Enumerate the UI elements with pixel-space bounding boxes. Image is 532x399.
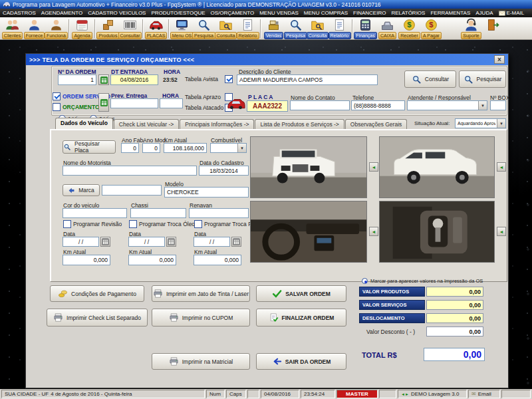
toolbar-receber[interactable]: $ Receber bbox=[398, 18, 420, 39]
order-number-lookup-button[interactable] bbox=[98, 74, 109, 85]
tab-check-list[interactable]: Check List Veicular -> bbox=[114, 119, 179, 130]
photo1-prev-button[interactable]: ◄ bbox=[369, 162, 378, 172]
data-revisao-field[interactable]: / / bbox=[63, 237, 99, 247]
photo3-prev-button[interactable]: ◄ bbox=[369, 227, 378, 236]
condicoes-pagamento-button[interactable]: Condições de Pagamento bbox=[50, 285, 144, 302]
km-atual-field[interactable]: 108.168,000 bbox=[164, 143, 207, 153]
chassi-field[interactable] bbox=[130, 208, 186, 218]
toolbar-menu-os[interactable]: Menu OS bbox=[171, 18, 193, 39]
tab-dados-veiculo[interactable]: Dados do Veículo bbox=[55, 118, 113, 130]
toolbar-placas[interactable]: PLACAS bbox=[145, 18, 167, 39]
menu-vendas[interactable]: MENU VENDAS bbox=[257, 10, 301, 16]
ano-mod-field[interactable]: 0 bbox=[142, 143, 160, 153]
prev-hora-field[interactable] bbox=[160, 98, 183, 108]
marcar-valores-radio[interactable] bbox=[362, 278, 368, 284]
tab-lista-produtos-servicos[interactable]: Lista de Produtos e Serviços -> bbox=[255, 119, 344, 130]
statusbar-email-panel[interactable]: ✉ Email bbox=[468, 390, 500, 398]
toolbar-agenda[interactable]: Agenda bbox=[71, 18, 93, 39]
toolbar-relatorio-venda[interactable]: Relatório bbox=[329, 18, 350, 39]
consultar-button[interactable]: Consultar bbox=[404, 70, 456, 88]
km-filtro-field[interactable]: 0,000 bbox=[194, 255, 241, 265]
sair-ordem-button[interactable]: SAIR DA ORDEM bbox=[256, 353, 346, 370]
toolbar-funcionarios[interactable]: Funcioná bbox=[45, 18, 67, 39]
data-oleo-calendar-button[interactable] bbox=[166, 237, 176, 247]
modelo-field[interactable]: CHEROKEE bbox=[164, 187, 249, 198]
toolbar-pesquisa-venda[interactable]: Pesquisa bbox=[285, 18, 307, 39]
toolbar-pesquisa-os[interactable]: Pesquisa bbox=[193, 18, 215, 39]
data-revisao-calendar-button[interactable] bbox=[100, 237, 110, 247]
km-oleo-field[interactable]: 0,000 bbox=[128, 255, 176, 265]
phone-field[interactable]: (88)8888-8888 bbox=[351, 100, 405, 110]
contact-name-field[interactable] bbox=[290, 100, 350, 110]
menu-os-orcamento[interactable]: OS/ORÇAMENTO bbox=[208, 10, 257, 16]
toolbar-produtos[interactable]: Produtos bbox=[97, 18, 119, 39]
finalizar-ordem-button[interactable]: FINALIZAR ORDEM bbox=[256, 309, 346, 327]
tabela-avista-checkbox[interactable] bbox=[225, 75, 233, 83]
data-filtro-calendar-button[interactable] bbox=[231, 237, 241, 247]
tab-principais-informacoes[interactable]: Principais Informações -> bbox=[180, 119, 254, 130]
toolbar-consultar-produto[interactable]: Consultar bbox=[119, 18, 141, 39]
menu-email[interactable]: E-MAIL bbox=[496, 10, 527, 16]
imprimir-matricial-button[interactable]: Imprimir na Matricial bbox=[152, 353, 250, 370]
photo2-prev-button[interactable]: ◄ bbox=[497, 162, 506, 172]
prog-revisao-checkbox[interactable] bbox=[63, 220, 71, 228]
motorista-field[interactable] bbox=[63, 166, 197, 176]
prog-oleo-checkbox[interactable] bbox=[129, 220, 137, 228]
desconto-field[interactable]: 0,00 bbox=[426, 327, 483, 336]
imprimir-cupom-button[interactable]: Imprimir no CUPOM bbox=[152, 309, 250, 327]
marca-button[interactable]: Marca bbox=[63, 184, 100, 196]
toolbar-suporte[interactable]: Suporte bbox=[460, 18, 482, 39]
menu-ajuda[interactable]: AJUDA bbox=[473, 10, 495, 16]
orcamento-checkbox[interactable] bbox=[53, 103, 61, 111]
menu-compras[interactable]: MENU COMPRAS bbox=[301, 10, 350, 16]
cor-field[interactable] bbox=[63, 208, 127, 218]
imprimir-checklist-button[interactable]: Imprimir Check List Separado bbox=[47, 309, 148, 327]
imprimir-jato-button[interactable]: Imprimir em Jato de Tinta / Laser bbox=[152, 285, 250, 302]
prog-filtro-checkbox[interactable] bbox=[194, 220, 202, 228]
salvar-ordem-button[interactable]: SALVAR ORDEM bbox=[256, 285, 346, 302]
ano-fab-field[interactable]: 0 bbox=[121, 143, 139, 153]
svg-text:$: $ bbox=[429, 21, 434, 29]
client-name-field[interactable]: ADEMIR MADUREIRA CAMPOS bbox=[237, 74, 378, 85]
entry-date-field[interactable]: 04/08/2016 bbox=[110, 74, 158, 85]
marca-field[interactable] bbox=[102, 185, 162, 196]
tab-observacoes-gerais[interactable]: Observações Gerais bbox=[345, 119, 407, 130]
menu-ferramentas[interactable]: FERRAMENTAS bbox=[428, 10, 473, 16]
photo4-prev-button[interactable]: ◄ bbox=[497, 227, 506, 236]
toolbar-fornecedores[interactable]: Fornece bbox=[23, 18, 45, 39]
toolbar-consulta-os[interactable]: Consulta bbox=[215, 18, 237, 39]
combustivel-select[interactable]: ▼ bbox=[210, 143, 247, 153]
toolbar-exit[interactable] bbox=[482, 18, 504, 32]
toolbar-caixa[interactable]: CAIXA bbox=[376, 18, 398, 39]
pesquisar-button[interactable]: Pesquisar bbox=[459, 70, 506, 88]
data-filtro-field[interactable]: / / bbox=[194, 237, 230, 247]
km-revisao-field[interactable]: 0,000 bbox=[63, 255, 110, 265]
toolbar-a-pagar[interactable]: $ A Pagar bbox=[420, 18, 442, 39]
toolbar-relatorio-os[interactable]: Relatório bbox=[237, 18, 259, 39]
toolbar-financas[interactable]: Finanças bbox=[354, 18, 376, 39]
attendant-select[interactable]: ▼ bbox=[407, 100, 487, 110]
pesquisar-placa-button[interactable]: Pesquisar Placa bbox=[63, 140, 116, 154]
toolbar-vendas[interactable]: Vendas bbox=[263, 18, 285, 39]
close-icon[interactable]: × bbox=[494, 55, 505, 64]
data-cadastro-field[interactable]: 18/03/2014 bbox=[199, 166, 249, 176]
prev-entrega-field[interactable] bbox=[110, 98, 158, 108]
menu-agendamento[interactable]: AGENDAMENTO bbox=[39, 10, 86, 16]
menu-financeiro[interactable]: FINANCEIRO bbox=[350, 10, 388, 16]
orcamento-label: ORÇAMENTO bbox=[63, 104, 100, 110]
ordem-servico-checkbox[interactable] bbox=[53, 92, 61, 100]
renavan-field[interactable] bbox=[189, 208, 249, 218]
placa-field[interactable]: AAA2322 bbox=[247, 100, 288, 112]
menu-relatorios[interactable]: RELATÓRIOS bbox=[388, 10, 428, 16]
toolbar-consulta-venda[interactable]: Consulta bbox=[307, 18, 329, 39]
situacao-select[interactable]: Aguardando Aprovação▼ bbox=[455, 118, 506, 128]
menu-cadastros[interactable]: CADASTROS bbox=[0, 10, 39, 16]
menu-cadastro-veiculos[interactable]: CADASTRO VEICULOS bbox=[85, 10, 148, 16]
entrega-calendar-button[interactable] bbox=[98, 93, 109, 112]
statusbar-product: DEMO Lavagem 3.0 bbox=[411, 391, 459, 397]
order-number-field[interactable]: 1 bbox=[58, 74, 96, 85]
toolbar-clientes[interactable]: Clientes bbox=[1, 18, 23, 39]
box-number-field[interactable] bbox=[490, 100, 506, 110]
data-oleo-field[interactable]: / / bbox=[128, 237, 165, 247]
menu-produto-estoque[interactable]: PRODUTO/ESTOQUE bbox=[148, 10, 207, 16]
